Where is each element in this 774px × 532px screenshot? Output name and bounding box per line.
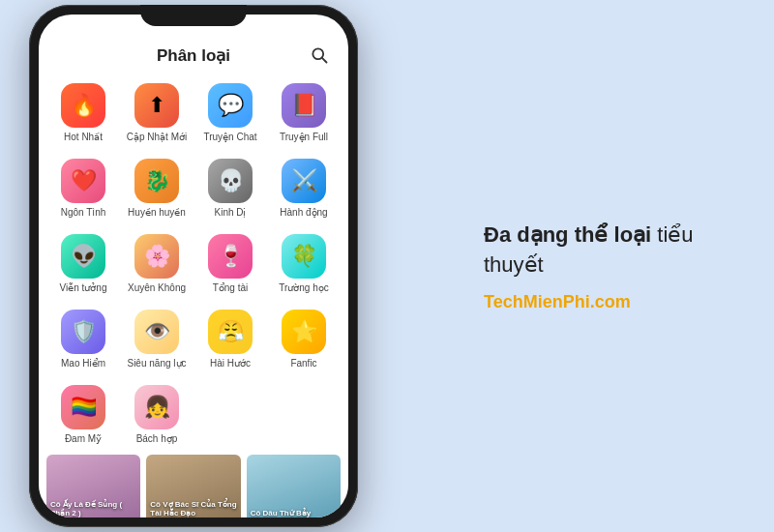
funny-label: Hài Hước [210, 358, 251, 369]
dragon-icon: 🐉 [134, 159, 179, 203]
power-label: Siêu năng lực [127, 358, 186, 369]
book-cover-0: Cô Ấy Là Đế Sủng ( Phần 2 ) [46, 455, 140, 517]
book-cover-2: Cô Dâu Thứ Bảy [247, 455, 341, 517]
category-item-power[interactable]: 👁️Siêu năng lực [120, 304, 194, 375]
fanfic-icon: ⭐ [282, 310, 326, 354]
category-item-action[interactable]: ⚔️Hành động [267, 153, 341, 224]
svg-line-1 [322, 57, 327, 62]
category-item-time[interactable]: 🌸Xuyên Không [120, 228, 194, 300]
category-item-boss[interactable]: 🍷Tổng tài [194, 228, 267, 300]
fanfic-label: Fanfic [290, 358, 316, 369]
harem-label: Bách hợp [136, 433, 178, 445]
category-item-harem[interactable]: 👧Bách hợp [120, 379, 194, 451]
horror-icon: 💀 [208, 159, 253, 203]
book-card-2[interactable]: Cô Dâu Thứ Bảy [247, 455, 341, 517]
page-title: Phân loại [157, 45, 230, 66]
category-item-chat[interactable]: 💬Truyện Chat [194, 77, 267, 149]
category-item-update[interactable]: ⬆Cập Nhật Mới [120, 77, 194, 149]
phone-notch [140, 5, 247, 26]
search-icon [310, 45, 329, 65]
right-panel: Đa dạng thể loại tiểu thuyết TechMienPhi… [484, 221, 716, 312]
phone-screen: Phân loại 🔥Hot Nhất⬆Cập Nhật Mới💬Truyện … [39, 15, 348, 517]
category-item-horror[interactable]: 💀Kinh Dị [194, 153, 267, 224]
tagline-bold: Đa dạng thể loại [484, 222, 651, 247]
book-card-0[interactable]: Cô Ấy Là Đế Sủng ( Phần 2 ) [46, 455, 140, 517]
chat-icon: 💬 [208, 83, 253, 128]
dragon-label: Huyền huyền [128, 207, 186, 219]
category-item-school[interactable]: 🍀Trường học [267, 228, 341, 300]
power-icon: 👁️ [134, 310, 179, 354]
watermark-prefix: TechMienPhi [484, 291, 590, 310]
watermark: TechMienPhi.com [484, 291, 631, 311]
hot-label: Hot Nhất [64, 132, 103, 143]
category-item-adventure[interactable]: 🛡️Mao Hiểm [46, 304, 120, 375]
watermark-suffix: .com [590, 291, 631, 310]
school-icon: 🍀 [282, 234, 326, 279]
adventure-icon: 🛡️ [61, 310, 105, 354]
category-grid: 🔥Hot Nhất⬆Cập Nhật Mới💬Truyện Chat📕Truyệ… [39, 74, 348, 455]
category-item-fanfic[interactable]: ⭐Fanfic [267, 304, 341, 375]
phone-frame: Phân loại 🔥Hot Nhất⬆Cập Nhật Mới💬Truyện … [29, 5, 358, 527]
boss-label: Tổng tài [213, 282, 249, 294]
update-label: Cập Nhật Mới [127, 132, 187, 143]
book-title-1: Cô Vợ Bác Sĩ Của Tổng Tài Hắc Đạo [150, 500, 236, 517]
chat-label: Truyện Chat [203, 132, 256, 143]
harem-icon: 👧 [134, 385, 179, 429]
boss-icon: 🍷 [208, 234, 253, 279]
time-icon: 🌸 [134, 234, 179, 279]
update-icon: ⬆ [134, 83, 179, 128]
category-item-funny[interactable]: 😤Hài Hước [194, 304, 267, 375]
action-label: Hành động [280, 207, 327, 219]
gay-icon: 🏳️‍🌈 [61, 385, 105, 429]
screen-content: Phân loại 🔥Hot Nhất⬆Cập Nhật Mới💬Truyện … [39, 15, 348, 517]
adventure-label: Mao Hiểm [61, 358, 105, 369]
screen-header: Phân loại [39, 36, 348, 74]
school-label: Trường học [279, 282, 329, 294]
category-item-dragon[interactable]: 🐉Huyền huyền [120, 153, 194, 224]
category-item-romance[interactable]: ❤️Ngôn Tình [46, 153, 120, 224]
hot-icon: 🔥 [61, 83, 105, 128]
book-cover-1: Cô Vợ Bác Sĩ Của Tổng Tài Hắc Đạo [146, 455, 240, 517]
time-label: Xuyên Không [128, 282, 186, 294]
books-row-1: Cô Ấy Là Đế Sủng ( Phần 2 )Cô Vợ Bác Sĩ … [46, 455, 341, 517]
horror-label: Kinh Dị [214, 207, 246, 219]
full-icon: 📕 [282, 83, 326, 128]
tagline: Đa dạng thể loại tiểu thuyết [484, 221, 716, 281]
book-title-0: Cô Ấy Là Đế Sủng ( Phần 2 ) [50, 500, 136, 517]
category-item-scifi[interactable]: 👽Viễn tưởng [46, 228, 120, 300]
full-label: Truyện Full [280, 132, 328, 143]
action-icon: ⚔️ [282, 159, 326, 203]
category-item-full[interactable]: 📕Truyện Full [267, 77, 341, 149]
books-section: Cô Ấy Là Đế Sủng ( Phần 2 )Cô Vợ Bác Sĩ … [39, 455, 348, 517]
gay-label: Đam Mỹ [65, 433, 102, 445]
category-item-hot[interactable]: 🔥Hot Nhất [46, 77, 120, 149]
phone-wrapper: Phân loại 🔥Hot Nhất⬆Cập Nhật Mới💬Truyện … [29, 5, 358, 527]
scifi-label: Viễn tưởng [60, 282, 107, 294]
romance-label: Ngôn Tình [61, 207, 106, 219]
book-card-1[interactable]: Cô Vợ Bác Sĩ Của Tổng Tài Hắc Đạo [146, 455, 240, 517]
book-title-2: Cô Dâu Thứ Bảy [251, 509, 311, 517]
search-button[interactable] [306, 42, 333, 69]
funny-icon: 😤 [208, 310, 253, 354]
romance-icon: ❤️ [61, 159, 105, 203]
scifi-icon: 👽 [61, 234, 105, 279]
category-item-gay[interactable]: 🏳️‍🌈Đam Mỹ [46, 379, 120, 451]
